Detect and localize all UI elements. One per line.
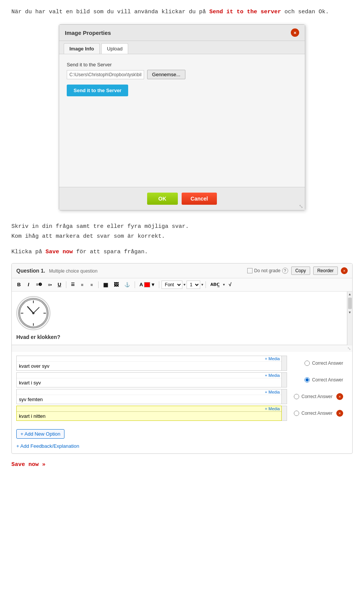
answer-4-delete-button[interactable]: × <box>336 410 343 417</box>
save-now-paragraph: Save now » <box>11 461 353 468</box>
toolbar-sep-1 <box>66 281 66 288</box>
file-input-row: C:\Users\Christoph\Dropbox\tysk\bil Genn… <box>67 70 297 79</box>
body-line3-after: för att spara frågan. <box>76 249 148 255</box>
size-dropdown-arrow: ▾ <box>201 282 203 287</box>
answer-2-media-link[interactable]: + Media <box>265 373 280 378</box>
answer-3-media-link[interactable]: + Media <box>265 390 280 394</box>
cancel-button[interactable]: Cancel <box>182 193 217 205</box>
body-text-2: Klicka på Save now för att spara frågan. <box>11 247 353 257</box>
answer-4-radio[interactable] <box>294 411 299 416</box>
answer-1-media-link[interactable]: + Media <box>265 356 280 361</box>
do-not-grade-label: Do not grade <box>254 268 280 273</box>
resize-handle: ⤡ <box>299 203 303 209</box>
answer-1-top-bar: + Media <box>17 356 281 362</box>
answer-3-delete-button[interactable]: × <box>336 393 343 400</box>
image-button[interactable]: 🖼 <box>111 281 121 289</box>
answer-3-top-bar: + Media <box>17 389 281 395</box>
color-dropdown-arrow: ▾ <box>152 282 154 287</box>
svg-point-7 <box>32 312 35 314</box>
intro-paragraph: När du har valt en bild som du vill anvä… <box>11 8 353 17</box>
font-size-select[interactable]: 14 <box>187 281 200 289</box>
dialog-body: Send it to the Server C:\Users\Christoph… <box>59 54 305 187</box>
table-button[interactable]: ▦ <box>101 281 110 289</box>
answer-3-radio[interactable] <box>294 394 299 399</box>
question-title: Question 1. <box>16 268 45 274</box>
text-color-button[interactable]: A ▾ <box>137 281 157 289</box>
unordered-list-button[interactable]: ≡• <box>46 281 54 288</box>
answer-2-input[interactable] <box>17 378 281 387</box>
editor-area-wrapper: Hvad er klokken? ▲ ▼ <box>12 292 352 345</box>
answer-4-top-bar: + Media <box>17 406 281 412</box>
formula-button[interactable]: √ <box>226 281 234 289</box>
answer-options: + Media Correct Answer + Media Correct <box>12 352 352 426</box>
answer-2-radio[interactable] <box>304 377 310 383</box>
editor-scrollbar-vertical[interactable]: ▲ ▼ <box>347 292 352 345</box>
intro-highlight: Send it to the server <box>209 9 281 15</box>
answer-1-radio[interactable] <box>304 361 310 366</box>
answer-row-1: + Media Correct Answer <box>16 356 348 371</box>
toolbar-sep-4 <box>159 281 159 288</box>
font-family-select[interactable]: Font <box>162 281 182 289</box>
tab-image-info[interactable]: Image Info <box>64 43 100 54</box>
clock-svg <box>19 299 48 328</box>
question-controls: Do not grade ? Copy Reorder × <box>247 267 348 275</box>
answer-3-input[interactable] <box>17 395 281 404</box>
question-subtitle: Multiple choice question <box>49 268 97 274</box>
reorder-button[interactable]: Reorder <box>313 267 338 275</box>
body-line2: Kom ihåg att markera det svar som är kor… <box>11 233 165 240</box>
align-left-button[interactable]: ☰ <box>69 281 77 288</box>
link-button[interactable]: ⚓ <box>122 281 132 289</box>
scroll-up-arrow[interactable]: ▲ <box>347 292 352 297</box>
font-dropdown-arrow: ▾ <box>184 282 185 287</box>
answer-4-scrollbar <box>282 406 287 421</box>
answer-4-media-link[interactable]: + Media <box>265 406 280 411</box>
send-to-server-button[interactable]: Send it to the Server <box>67 85 128 96</box>
image-properties-dialog: Image Properties × Image Info Upload Sen… <box>59 24 305 210</box>
align-center-button[interactable]: ≡ <box>78 281 86 288</box>
answer-row-3: + Media Correct Answer × <box>16 389 348 404</box>
dialog-title: Image Properties <box>65 30 111 36</box>
dialog-close-button[interactable]: × <box>291 28 299 37</box>
dialog-footer: OK Cancel <box>59 187 305 210</box>
add-new-option-button[interactable]: + Add New Option <box>16 429 64 439</box>
answer-4-correct-area: Correct Answer × <box>287 406 348 421</box>
color-a-label: A <box>140 282 143 287</box>
editor-resize-area: ⤡ <box>12 345 352 352</box>
spell-check-button[interactable]: ABC̲ <box>208 281 222 288</box>
color-box <box>144 282 150 287</box>
copy-button[interactable]: Copy <box>291 267 310 275</box>
align-right-button[interactable]: ≡ <box>88 281 96 288</box>
toolbar-sep-5 <box>206 281 206 288</box>
underline-button[interactable]: U <box>55 281 64 289</box>
save-now-link[interactable]: Save now » <box>11 461 46 468</box>
editor-area[interactable]: Hvad er klokken? <box>12 292 347 345</box>
dialog-tabs: Image Info Upload <box>59 41 305 54</box>
ordered-list-button[interactable]: ≡❷ <box>34 281 44 288</box>
toolbar-sep-2 <box>98 281 99 288</box>
answer-3-scrollbar <box>282 389 287 404</box>
bold-button[interactable]: B <box>15 281 23 289</box>
answer-1-input[interactable] <box>17 362 281 370</box>
add-feedback-button[interactable]: + Add Feedback/Explanation <box>16 443 348 449</box>
answer-row-4: + Media Correct Answer × <box>16 406 348 421</box>
dialog-title-bar: Image Properties × <box>59 25 305 41</box>
answer-1-correct-area: Correct Answer <box>287 356 348 371</box>
answer-2-top-bar: + Media <box>17 373 281 378</box>
clock-face <box>18 298 49 328</box>
do-not-grade-area: Do not grade ? <box>247 268 288 274</box>
italic-button[interactable]: I <box>24 281 33 289</box>
body-text-1: Skriv in din fråga samt tre eller fyra m… <box>11 222 353 241</box>
answer-4-input[interactable] <box>17 412 281 420</box>
browse-button[interactable]: Gennemse... <box>147 70 185 79</box>
ok-button[interactable]: OK <box>147 193 178 205</box>
answer-3-correct-label: Correct Answer <box>301 394 333 399</box>
scroll-down-arrow[interactable]: ▼ <box>347 310 352 315</box>
scrollbar-thumb[interactable] <box>348 298 352 309</box>
do-not-grade-checkbox[interactable] <box>247 268 253 273</box>
body-highlight: Save now <box>46 249 73 255</box>
answer-4-correct-label: Correct Answer <box>301 411 333 416</box>
answer-2-correct-label: Correct Answer <box>312 377 343 383</box>
question-close-button[interactable]: × <box>341 267 348 274</box>
body-line1: Skriv in din fråga samt tre eller fyra m… <box>11 223 189 230</box>
tab-upload[interactable]: Upload <box>101 43 128 54</box>
